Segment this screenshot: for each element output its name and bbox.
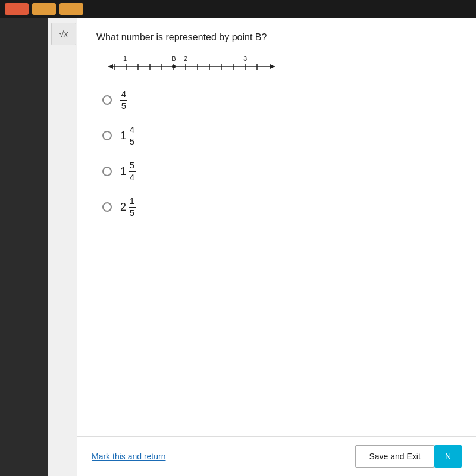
fraction-display-1: 4 5: [120, 89, 127, 111]
whole-number-3: 1: [120, 165, 126, 178]
fraction-part-3: 5 4: [129, 161, 136, 182]
fraction-denominator-2: 5: [129, 136, 136, 147]
number-line: 1 2 3 B: [102, 55, 281, 73]
radio-3[interactable]: [102, 167, 112, 176]
question-area: What number is represented by point B?: [77, 18, 476, 436]
question-text: What number is represented by point B?: [96, 32, 457, 43]
radio-1[interactable]: [102, 95, 112, 105]
top-bar: [0, 0, 476, 18]
bottom-right-buttons: Save and Exit N: [355, 445, 462, 468]
fraction-numerator-2: 4: [129, 125, 136, 136]
top-bar-red-button[interactable]: [5, 3, 29, 15]
number-line-svg: 1 2 3 B: [102, 55, 281, 73]
fraction-display-3: 1 5 4: [120, 161, 136, 182]
fraction-numerator-1: 4: [120, 89, 127, 101]
next-button[interactable]: N: [434, 445, 462, 468]
radio-4[interactable]: [102, 202, 112, 212]
options-list: 4 5 1 4 5 1: [96, 89, 457, 218]
option-3[interactable]: 1 5 4: [102, 161, 457, 182]
svg-marker-1: [108, 64, 113, 69]
fraction-denominator-1: 5: [120, 101, 127, 111]
formula-icon[interactable]: √x: [51, 23, 76, 45]
fraction-denominator-4: 5: [129, 208, 136, 218]
mark-return-button[interactable]: Mark this and return: [92, 452, 166, 461]
fraction-part-2: 4 5: [129, 125, 136, 146]
side-panel: √x: [48, 18, 80, 476]
svg-point-20: [172, 65, 176, 68]
svg-text:3: 3: [243, 55, 247, 62]
svg-text:1: 1: [123, 55, 127, 62]
top-bar-orange2-button[interactable]: [60, 3, 83, 15]
fraction-part-4: 1 5: [129, 196, 136, 218]
top-bar-orange-button[interactable]: [32, 3, 56, 15]
option-2[interactable]: 1 4 5: [102, 125, 457, 146]
svg-text:2: 2: [184, 55, 187, 62]
radio-2[interactable]: [102, 131, 112, 140]
fraction-display-4: 2 1 5: [120, 196, 136, 218]
quiz-card: What number is represented by point B?: [77, 18, 476, 476]
left-dark-panel: [0, 18, 48, 476]
formula-icon-label: √x: [60, 29, 68, 39]
svg-text:B: B: [171, 55, 176, 62]
option-4[interactable]: 2 1 5: [102, 196, 457, 218]
fraction-denominator-3: 4: [129, 172, 136, 183]
save-exit-button[interactable]: Save and Exit: [355, 445, 434, 468]
whole-number-4: 2: [120, 201, 126, 214]
fraction-display-2: 1 4 5: [120, 125, 136, 146]
fraction-numerator-4: 1: [129, 196, 136, 208]
number-line-container: 1 2 3 B: [96, 55, 457, 73]
svg-marker-2: [270, 64, 275, 69]
fraction-numerator-3: 5: [129, 161, 136, 172]
whole-number-2: 1: [120, 130, 126, 142]
fraction-part-1: 4 5: [120, 89, 127, 111]
option-1[interactable]: 4 5: [102, 89, 457, 111]
bottom-bar: Mark this and return Save and Exit N: [77, 436, 476, 476]
